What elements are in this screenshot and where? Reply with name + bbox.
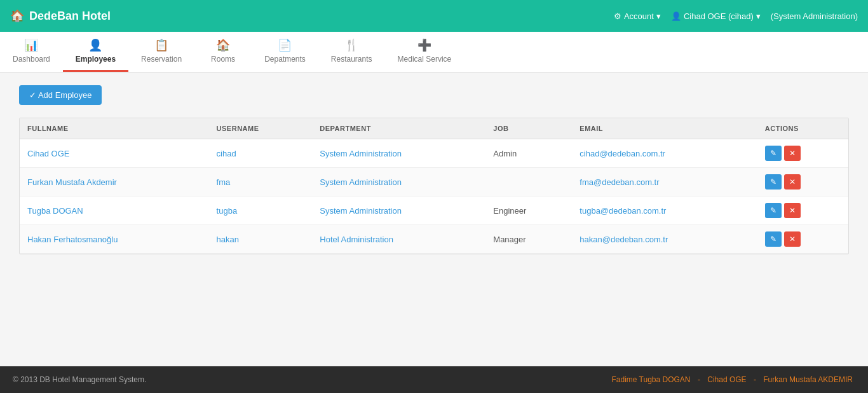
- col-email: EMAIL: [572, 118, 757, 139]
- cell-fullname: Tugba DOGAN: [20, 197, 209, 225]
- cell-username: hakan: [209, 225, 313, 254]
- cell-actions: ✎ ✕: [757, 168, 848, 197]
- account-chevron-icon: ▾: [656, 11, 661, 21]
- footer-link-1[interactable]: Fadime Tugba DOGAN: [611, 375, 690, 384]
- cell-department: System Administration: [312, 139, 485, 168]
- cell-department: System Administration: [312, 197, 485, 225]
- cell-username: tugba: [209, 197, 313, 225]
- user-menu[interactable]: 👤 Cihad OGE (cihad) ▾: [671, 11, 761, 21]
- cell-actions: ✎ ✕: [757, 197, 848, 225]
- main-content: ✓ Add Employee FULLNAME USERNAME DEPARTM…: [0, 72, 868, 366]
- top-navbar: 🏠 DedeBan Hotel ⚙ Account ▾ 👤 Cihad OGE …: [0, 0, 868, 32]
- tab-employees-label: Employees: [76, 55, 116, 64]
- reservation-icon: 📋: [154, 38, 168, 52]
- tabbar: 📊 Dashboard 👤 Employees 📋 Reservation 🏠 …: [0, 32, 868, 72]
- edit-button[interactable]: ✎: [765, 174, 782, 190]
- employee-table-wrap: FULLNAME USERNAME DEPARTMENT JOB EMAIL A…: [19, 118, 849, 254]
- account-label: Account: [624, 11, 654, 21]
- cell-job: Manager: [485, 225, 572, 254]
- restaurants-icon: 🍴: [344, 38, 358, 52]
- employee-table: FULLNAME USERNAME DEPARTMENT JOB EMAIL A…: [20, 118, 848, 254]
- cell-email: tugba@dedeban.com.tr: [572, 197, 757, 225]
- edit-button[interactable]: ✎: [765, 231, 782, 247]
- cell-department: System Administration: [312, 168, 485, 197]
- cell-username: cihad: [209, 139, 313, 168]
- col-job: JOB: [485, 118, 572, 139]
- cell-actions: ✎ ✕: [757, 139, 848, 168]
- edit-button[interactable]: ✎: [765, 146, 782, 161]
- tab-departments-label: Depatments: [264, 55, 306, 64]
- tab-rooms-label: Rooms: [211, 55, 235, 64]
- tab-employees[interactable]: 👤 Employees: [63, 32, 128, 72]
- cell-job: Engineer: [485, 197, 572, 225]
- cell-fullname: Cihad OGE: [20, 139, 209, 168]
- footer-link-3[interactable]: Furkan Mustafa AKDEMIR: [763, 375, 853, 384]
- footer-separator-2: -: [754, 375, 758, 384]
- tab-dashboard[interactable]: 📊 Dashboard: [0, 32, 63, 72]
- tab-reservation[interactable]: 📋 Reservation: [128, 32, 194, 72]
- col-department: DEPARTMENT: [312, 118, 485, 139]
- cell-job: [485, 168, 572, 197]
- user-label: Cihad OGE (cihad): [684, 11, 754, 21]
- tab-dashboard-label: Dashboard: [13, 55, 50, 64]
- cell-email: hakan@dedeban.com.tr: [572, 225, 757, 254]
- tab-departments[interactable]: 📄 Depatments: [252, 32, 318, 72]
- col-fullname: FULLNAME: [20, 118, 209, 139]
- home-icon: 🏠: [10, 9, 24, 23]
- cell-department: Hotel Administration: [312, 225, 485, 254]
- tab-rooms[interactable]: 🏠 Rooms: [194, 32, 252, 72]
- cell-actions: ✎ ✕: [757, 225, 848, 254]
- col-actions: ACTIONS: [757, 118, 848, 139]
- footer-copyright: © 2013 DB Hotel Management System.: [13, 375, 146, 384]
- gear-icon: ⚙: [614, 11, 621, 21]
- account-menu[interactable]: ⚙ Account ▾: [614, 11, 661, 21]
- delete-button[interactable]: ✕: [784, 203, 801, 218]
- topnav-right: ⚙ Account ▾ 👤 Cihad OGE (cihad) ▾ (Syste…: [614, 11, 858, 21]
- footer-link-2[interactable]: Cihad OGE: [707, 375, 746, 384]
- tab-restaurants[interactable]: 🍴 Restaurants: [318, 32, 385, 72]
- cell-email: cihad@dedeban.com.tr: [572, 139, 757, 168]
- rooms-icon: 🏠: [216, 38, 230, 52]
- table-row: Furkan Mustafa Akdemir fma System Admini…: [20, 168, 848, 197]
- dashboard-icon: 📊: [24, 38, 38, 52]
- brand: 🏠 DedeBan Hotel: [10, 9, 111, 23]
- brand-title: DedeBan Hotel: [29, 10, 111, 23]
- departments-icon: 📄: [278, 38, 292, 52]
- user-chevron-icon: ▾: [756, 11, 761, 21]
- edit-button[interactable]: ✎: [765, 203, 782, 218]
- col-username: USERNAME: [209, 118, 313, 139]
- cell-fullname: Furkan Mustafa Akdemir: [20, 168, 209, 197]
- delete-button[interactable]: ✕: [784, 174, 801, 190]
- tab-medical-label: Medical Service: [398, 55, 452, 64]
- user-icon: 👤: [671, 11, 681, 21]
- footer-separator-1: -: [698, 375, 702, 384]
- cell-job: Admin: [485, 139, 572, 168]
- table-row: Cihad OGE cihad System Administration Ad…: [20, 139, 848, 168]
- footer-links: Fadime Tugba DOGAN - Cihad OGE - Furkan …: [609, 375, 855, 384]
- cell-email: fma@dedeban.com.tr: [572, 168, 757, 197]
- tab-reservation-label: Reservation: [141, 55, 182, 64]
- delete-button[interactable]: ✕: [784, 231, 801, 247]
- medical-icon: ➕: [417, 38, 431, 52]
- tab-restaurants-label: Restaurants: [331, 55, 372, 64]
- table-header-row: FULLNAME USERNAME DEPARTMENT JOB EMAIL A…: [20, 118, 848, 139]
- footer: © 2013 DB Hotel Management System. Fadim…: [0, 366, 868, 393]
- cell-username: fma: [209, 168, 313, 197]
- table-row: Tugba DOGAN tugba System Administration …: [20, 197, 848, 225]
- role-label: (System Administration): [771, 11, 858, 21]
- employees-icon: 👤: [88, 38, 102, 52]
- delete-button[interactable]: ✕: [784, 146, 801, 161]
- tab-medical[interactable]: ➕ Medical Service: [385, 32, 465, 72]
- cell-fullname: Hakan Ferhatosmanoğlu: [20, 225, 209, 254]
- table-row: Hakan Ferhatosmanoğlu hakan Hotel Admini…: [20, 225, 848, 254]
- add-employee-button[interactable]: ✓ Add Employee: [19, 85, 102, 105]
